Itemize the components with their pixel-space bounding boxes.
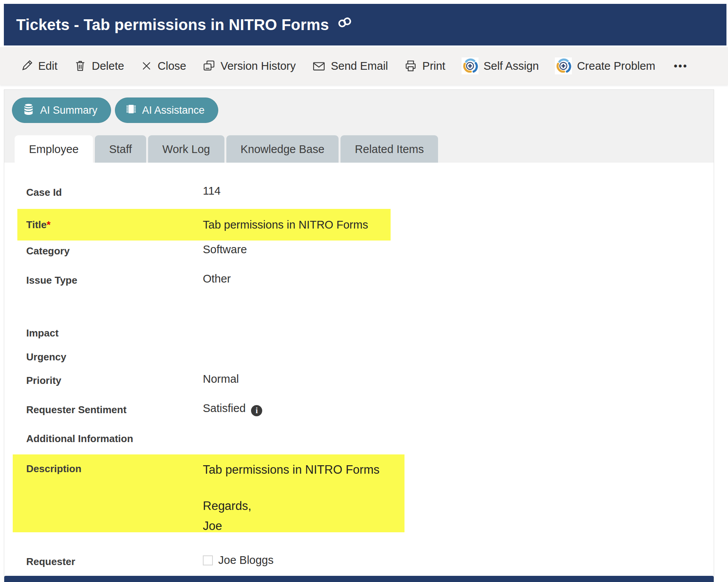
tab-employee[interactable]: Employee — [15, 135, 93, 163]
ai-summary-label: AI Summary — [40, 104, 98, 116]
chain-link-icon[interactable] — [337, 16, 353, 30]
chip-icon — [125, 103, 137, 118]
database-icon — [22, 103, 35, 118]
description-line: Tab permissions in NITRO Forms — [203, 460, 379, 480]
trash-icon — [74, 59, 87, 72]
description-line: Regards, — [203, 496, 379, 516]
issue-type-label: Issue Type — [26, 272, 203, 286]
tab-work-log[interactable]: Work Log — [148, 135, 224, 163]
self-assign-label: Self Assign — [484, 60, 539, 72]
delete-label: Delete — [92, 60, 124, 72]
create-problem-button[interactable]: Create Problem — [555, 57, 655, 74]
field-row-category: Category Software — [26, 243, 706, 257]
ai-summary-button[interactable]: AI Summary — [12, 98, 111, 123]
tab-staff[interactable]: Staff — [95, 135, 146, 163]
description-value: Tab permissions in NITRO Forms Regards, … — [203, 460, 379, 532]
requester-sentiment-value: Satisfiedi — [203, 402, 262, 416]
requester-label: Requester — [26, 554, 203, 568]
ribbon-toolbar: Edit Delete Close Version Histor — [0, 47, 728, 85]
window-title-bar: Tickets - Tab permissions in NITRO Forms — [4, 4, 726, 45]
tab-knowledge-base[interactable]: Knowledge Base — [226, 135, 339, 163]
requester-checkbox[interactable] — [203, 555, 213, 565]
title-label: Title* — [26, 219, 203, 231]
field-row-requester: Requester Joe Bloggs — [26, 554, 706, 568]
send-email-label: Send Email — [331, 60, 388, 72]
pages-icon — [202, 59, 216, 72]
case-id-label: Case Id — [26, 185, 203, 198]
x-icon — [140, 60, 153, 72]
requester-name: Joe Bloggs — [218, 554, 274, 567]
category-label: Category — [26, 243, 203, 257]
pencil-icon — [20, 59, 33, 72]
edit-label: Edit — [38, 60, 57, 72]
title-value: Tab permissions in NITRO Forms — [203, 219, 368, 231]
field-row-title-highlighted: Title* Tab permissions in NITRO Forms — [17, 209, 391, 241]
tab-strip: Employee Staff Work Log Knowledge Base R… — [15, 135, 438, 163]
tab-related-items[interactable]: Related Items — [340, 135, 438, 163]
print-button[interactable]: Print — [404, 59, 445, 72]
info-icon[interactable]: i — [251, 405, 262, 416]
priority-value: Normal — [203, 373, 239, 385]
crow-canyon-logo-icon — [462, 57, 479, 74]
requester-sentiment-label: Requester Sentiment — [26, 402, 203, 416]
more-actions-button[interactable]: ••• — [672, 60, 690, 72]
required-asterisk: * — [47, 219, 51, 230]
envelope-icon — [312, 59, 326, 72]
self-assign-button[interactable]: Self Assign — [462, 57, 539, 74]
field-row-issue-type: Issue Type Other — [26, 272, 706, 286]
field-row-priority: Priority Normal — [26, 373, 706, 387]
bottom-navy-bar — [4, 576, 714, 582]
urgency-label: Urgency — [26, 349, 203, 363]
delete-button[interactable]: Delete — [74, 59, 124, 72]
printer-icon — [404, 59, 417, 72]
close-button[interactable]: Close — [140, 60, 186, 72]
field-row-additional-information: Additional Information — [26, 431, 706, 445]
crow-canyon-logo-icon — [555, 57, 572, 74]
employee-tab-panel: Case Id 114 Title* Tab permissions in NI… — [4, 163, 714, 576]
ticket-content-panel: AI Summary AI Assistance Employee Staff … — [4, 89, 714, 582]
priority-label: Priority — [26, 373, 203, 387]
impact-label: Impact — [26, 325, 203, 339]
print-label: Print — [422, 60, 445, 72]
version-history-button[interactable]: Version History — [202, 59, 296, 72]
field-row-urgency: Urgency — [26, 349, 706, 363]
issue-type-value: Other — [203, 272, 231, 285]
field-row-description-highlighted: Description Tab permissions in NITRO For… — [13, 454, 404, 532]
create-problem-label: Create Problem — [577, 60, 655, 72]
category-value: Software — [203, 243, 247, 256]
page-title: Tickets - Tab permissions in NITRO Forms — [16, 16, 329, 34]
send-email-button[interactable]: Send Email — [312, 59, 388, 72]
additional-information-label: Additional Information — [26, 431, 203, 445]
description-label: Description — [26, 460, 203, 532]
ai-assistance-label: AI Assistance — [142, 104, 205, 116]
ai-buttons-row: AI Summary AI Assistance — [12, 98, 218, 123]
description-line: Joe — [203, 516, 379, 536]
field-row-case-id: Case Id 114 — [26, 185, 706, 198]
description-blank-line — [203, 480, 379, 496]
version-history-label: Version History — [221, 60, 296, 72]
field-row-impact: Impact — [26, 325, 706, 339]
requester-value: Joe Bloggs — [203, 554, 274, 567]
ai-assistance-button[interactable]: AI Assistance — [115, 98, 218, 123]
close-label: Close — [158, 60, 186, 72]
field-row-requester-sentiment: Requester Sentiment Satisfiedi — [26, 402, 706, 416]
edit-button[interactable]: Edit — [20, 59, 57, 72]
case-id-value: 114 — [203, 185, 221, 197]
